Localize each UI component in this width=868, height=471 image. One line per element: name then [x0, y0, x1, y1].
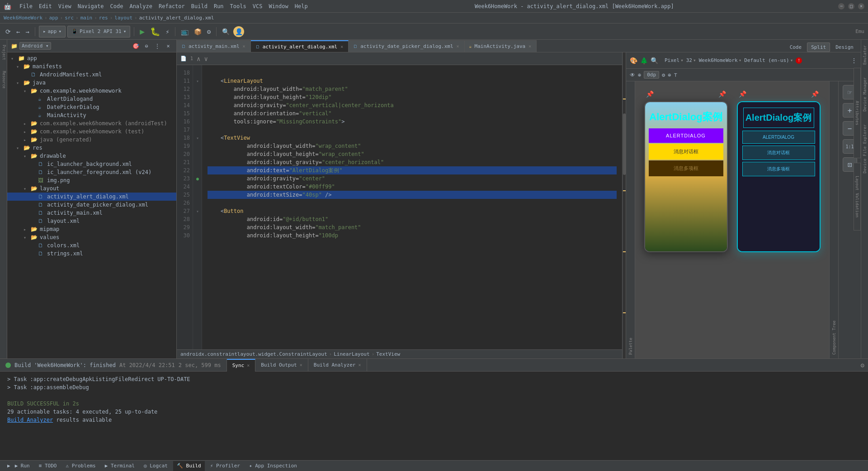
fold-marker[interactable] [193, 69, 202, 77]
terminal-tool-btn[interactable]: ▶ Terminal [101, 461, 138, 471]
chevron-up-icon[interactable]: ∧ [197, 55, 200, 62]
tree-item-java-generated[interactable]: ▸ 📂 java (generated) [7, 136, 176, 144]
run-tool-btn[interactable]: ▶ ▶ Run [4, 461, 33, 471]
theme-dropdown[interactable]: ▾ [739, 57, 742, 63]
tree-item-datepickerdialog[interactable]: ☕ DatePickerDialog [7, 103, 176, 111]
zoom-icon[interactable]: 🔍 [651, 57, 658, 64]
sdk-manager-icon[interactable]: 📦 [192, 26, 203, 37]
sync-tab-close[interactable]: × [247, 363, 250, 368]
error-indicator[interactable]: ! [796, 57, 802, 64]
menu-view[interactable]: View [56, 2, 74, 10]
breadcrumb-item-3[interactable]: main [80, 15, 93, 21]
tree-item-alertdialogand[interactable]: ☕ AlertDialogand [7, 95, 176, 103]
device-manager-label[interactable]: Device Manager [861, 75, 868, 113]
tree-item-app[interactable]: ▾ 📁 app [7, 54, 176, 62]
menu-run[interactable]: Run [211, 2, 226, 10]
eye-icon[interactable]: 👁 [630, 72, 635, 78]
settings-icon[interactable]: ⚙ [205, 26, 212, 37]
collapse-all-icon[interactable]: ⊖ [142, 42, 151, 51]
build-output-close[interactable]: × [300, 363, 302, 367]
menu-analyze[interactable]: Analyze [127, 2, 155, 10]
menu-tools[interactable]: Tools [227, 2, 249, 10]
maximize-button[interactable]: □ [848, 3, 854, 9]
bc-linearlayout[interactable]: LinearLayout [334, 351, 369, 357]
dp-dropdown[interactable]: ▾ [693, 57, 696, 63]
tab-mainactivity[interactable]: ☕ MainActivity.java × [465, 40, 537, 52]
build-analyzer-close[interactable]: × [358, 363, 361, 367]
tree-item-activity-datepicker[interactable]: 🗋 activity_date_picker_dialog.xml [7, 201, 176, 209]
fold-marker[interactable]: ▾ [193, 77, 202, 85]
breadcrumb-item-5[interactable]: layout [114, 15, 132, 21]
code-tab[interactable]: Code [786, 43, 806, 52]
editor-scrollbar[interactable] [622, 52, 626, 358]
menu-code[interactable]: Code [108, 2, 126, 10]
align-icon[interactable]: ⊕ [668, 72, 671, 78]
tab-close-icon[interactable]: × [528, 43, 532, 49]
fold-marker[interactable]: ▾ [193, 207, 202, 215]
app-config-button[interactable]: ▸ app ▾ [39, 26, 66, 38]
build-sync-tab[interactable]: Sync × [227, 359, 256, 372]
tree-item-colors[interactable]: 🗋 colors.xml [7, 241, 176, 250]
problems-tool-btn[interactable]: ⚠ Problems [62, 461, 99, 471]
bc-constraintlayout[interactable]: androidx.constraintlayout.widget.Constra… [180, 351, 327, 357]
build-analyzer-tab[interactable]: Build Analyzer × [308, 359, 367, 372]
tree-item-package-unittest[interactable]: ▸ 📂 com.example.week6homework (test) [7, 127, 176, 136]
pin-icon-right-2[interactable]: 📌 [811, 90, 819, 98]
tab-activity-datepicker[interactable]: 🗋 activity_date_picker_dialog.xml × [349, 40, 464, 52]
tab-activity-alert[interactable]: 🗋 activity_alert_dialog.xml × [251, 40, 349, 52]
tree-item-manifests[interactable]: ▾ 📂 manifests [7, 62, 176, 71]
nav-back-icon[interactable]: ← [14, 26, 22, 37]
fold-marker[interactable]: ▾ [193, 134, 202, 142]
menu-edit[interactable]: Edit [36, 2, 55, 10]
menu-navigate[interactable]: Navigate [75, 2, 107, 10]
measure-icon[interactable]: ⚙ [662, 72, 665, 78]
search-everywhere-icon[interactable]: 🔍 [220, 26, 231, 37]
pin-icon-left-2[interactable]: 📌 [739, 90, 746, 98]
breadcrumb-item-1[interactable]: app [49, 15, 58, 21]
bc-textview[interactable]: TextView [376, 351, 400, 357]
profile-button[interactable]: ⚡ [164, 26, 171, 37]
resource-manager-icon[interactable]: Resource [0, 71, 7, 89]
tab-close-icon[interactable]: × [340, 44, 344, 50]
preview-canvas[interactable]: 📌 📌 AlertDialog案例 ALERTDIALOG [635, 81, 829, 358]
tree-item-strings[interactable]: 🗋 strings.xml [7, 250, 176, 258]
build-settings-icon[interactable]: ⚙ [857, 362, 868, 369]
close-button[interactable]: × [858, 3, 864, 9]
tab-close-icon[interactable]: × [242, 43, 246, 49]
tab-close-icon[interactable]: × [456, 43, 460, 49]
minimize-button[interactable]: − [838, 3, 844, 9]
pin-icon-right[interactable]: 📌 [718, 90, 726, 98]
palette-icon[interactable]: 🎨 [630, 57, 637, 64]
device-selector-button[interactable]: 📱 Pixel 2 API 31 ▾ [67, 26, 130, 38]
magnet-icon[interactable]: ⊕ [638, 72, 641, 78]
split-tab[interactable]: Split [807, 42, 830, 52]
chevron-down-icon[interactable]: ∨ [204, 55, 208, 62]
more-options-icon[interactable]: ⋮ [851, 57, 857, 64]
component-tree-label[interactable]: Component Tree [832, 320, 836, 355]
pixel-dropdown[interactable]: ▾ [680, 57, 684, 63]
tree-item-res[interactable]: ▾ 📂 res [7, 144, 176, 152]
file-explorer-label[interactable]: Device File Explorer [861, 122, 868, 175]
menu-file[interactable]: File [17, 2, 35, 10]
more-options-icon[interactable]: ⋮ [153, 42, 162, 51]
project-icon[interactable]: Project [0, 43, 7, 61]
scrollbar-thumb[interactable] [623, 113, 626, 174]
project-view-dropdown[interactable]: Android ▾ [19, 42, 51, 50]
todo-tool-btn[interactable]: ≡ TODO [35, 461, 61, 471]
tree-item-activity-main[interactable]: 🗋 activity_main.xml [7, 209, 176, 217]
tree-item-ic-launcher-fg[interactable]: 🗋 ic_launcher_foreground.xml (v24) [7, 168, 176, 176]
build-tool-btn[interactable]: 🔨 Build [173, 461, 205, 471]
avd-manager-icon[interactable]: 📺 [179, 26, 190, 37]
menu-help[interactable]: Help [292, 2, 311, 10]
user-icon[interactable]: 👤 [233, 26, 244, 37]
menu-window[interactable]: Window [266, 2, 291, 10]
tree-item-androidmanifest[interactable]: 🗋 AndroidManifest.xml [7, 71, 176, 79]
tree-item-values[interactable]: ▾ 📂 values [7, 233, 176, 241]
sync-icon[interactable]: ⟳ [4, 26, 13, 37]
build-output-tab[interactable]: Build Output × [255, 359, 308, 372]
app-inspection-tool-btn[interactable]: ✦ App Inspection [245, 461, 301, 471]
build-analyzer-link[interactable]: Build Analyzer [7, 417, 53, 423]
code-content[interactable]: <LinearLayout android:layout_width="matc… [202, 65, 622, 349]
breadcrumb-item-4[interactable]: res [99, 15, 108, 21]
locate-file-icon[interactable]: 🎯 [131, 42, 140, 51]
